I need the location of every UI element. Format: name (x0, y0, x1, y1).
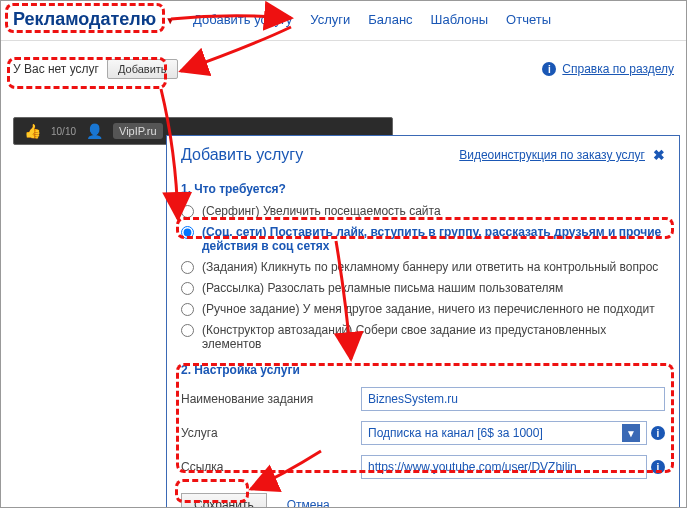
help-block: i Справка по разделу (542, 62, 674, 76)
row-name: Наименование задания (181, 387, 665, 411)
no-services-text: У Вас нет услуг (13, 62, 99, 76)
section-2-title: 2. Настройка услуги (181, 363, 665, 377)
option-manual[interactable]: (Ручное задание) У меня другое задание, … (181, 302, 665, 316)
radio-constructor[interactable] (181, 324, 194, 337)
dialog-header: Добавить услугу Видеоинструкция по заказ… (181, 146, 665, 170)
video-instruction-link[interactable]: Видеоинструкция по заказу услуг (459, 148, 645, 162)
section-1-title: 1. Что требуется? (181, 182, 665, 196)
nav-link-add[interactable]: Добавить услугу (193, 12, 292, 27)
label-name: Наименование задания (181, 392, 351, 406)
option-social[interactable]: (Соц. сети) Поставить лайк, вступить в г… (181, 225, 665, 253)
option-tasks-label: (Задания) Кликнуть по рекламному баннеру… (202, 260, 658, 274)
nav-link-balance[interactable]: Баланс (368, 12, 412, 27)
nav-link-templates[interactable]: Шаблоны (431, 12, 489, 27)
option-social-label: (Соц. сети) Поставить лайк, вступить в г… (202, 225, 665, 253)
close-icon[interactable]: ✖ (653, 147, 665, 163)
nav-link-services[interactable]: Услуги (310, 12, 350, 27)
option-mailing-label: (Рассылка) Разослать рекламные письма на… (202, 281, 563, 295)
nav-main-label: Рекламодателю (13, 9, 156, 29)
option-manual-label: (Ручное задание) У меня другое задание, … (202, 302, 655, 316)
add-button[interactable]: Добавить (107, 59, 178, 79)
info-icon[interactable]: i (651, 460, 665, 474)
radio-social[interactable] (181, 226, 194, 239)
input-name[interactable] (361, 387, 665, 411)
radio-tasks[interactable] (181, 261, 194, 274)
dialog-title: Добавить услугу (181, 146, 303, 164)
option-constructor[interactable]: (Конструктор автозаданий) Собери свое за… (181, 323, 665, 351)
add-service-dialog: Добавить услугу Видеоинструкция по заказ… (166, 135, 680, 508)
nav-link-reports[interactable]: Отчеты (506, 12, 551, 27)
video-score: 10/10 (51, 126, 76, 137)
row-actions: Сохранить Отмена (181, 493, 665, 508)
label-service: Услуга (181, 426, 351, 440)
row-link: Ссылка i (181, 455, 665, 479)
dropdown-triangle-icon: ▼ (165, 15, 175, 26)
radio-mailing[interactable] (181, 282, 194, 295)
top-nav: Рекламодателю ▼ Добавить услугу Услуги Б… (1, 1, 686, 41)
nav-main[interactable]: Рекламодателю ▼ (13, 9, 175, 30)
input-link[interactable] (361, 455, 647, 479)
chevron-down-icon: ▼ (622, 424, 640, 442)
option-surfing[interactable]: (Серфинг) Увеличить посещаемость сайта (181, 204, 665, 218)
help-link[interactable]: Справка по разделу (562, 62, 674, 76)
option-constructor-label: (Конструктор автозаданий) Собери свое за… (202, 323, 665, 351)
option-surfing-label: (Серфинг) Увеличить посещаемость сайта (202, 204, 441, 218)
radio-manual[interactable] (181, 303, 194, 316)
option-mailing[interactable]: (Рассылка) Разослать рекламные письма на… (181, 281, 665, 295)
info-icon: i (542, 62, 556, 76)
radio-surfing[interactable] (181, 205, 194, 218)
avatar-icon: 👤 (86, 123, 103, 139)
label-link: Ссылка (181, 460, 351, 474)
select-service-value: Подписка на канал [6$ за 1000] (368, 426, 543, 440)
thumb-up-icon: 👍 (24, 123, 41, 139)
cancel-link[interactable]: Отмена (287, 498, 330, 508)
video-name: VipIP.ru (113, 123, 163, 139)
option-tasks[interactable]: (Задания) Кликнуть по рекламному баннеру… (181, 260, 665, 274)
info-icon[interactable]: i (651, 426, 665, 440)
select-service[interactable]: Подписка на канал [6$ за 1000] ▼ (361, 421, 647, 445)
row-service: Услуга Подписка на канал [6$ за 1000] ▼ … (181, 421, 665, 445)
save-button[interactable]: Сохранить (181, 493, 267, 508)
second-row: У Вас нет услуг Добавить i Справка по ра… (1, 41, 686, 91)
